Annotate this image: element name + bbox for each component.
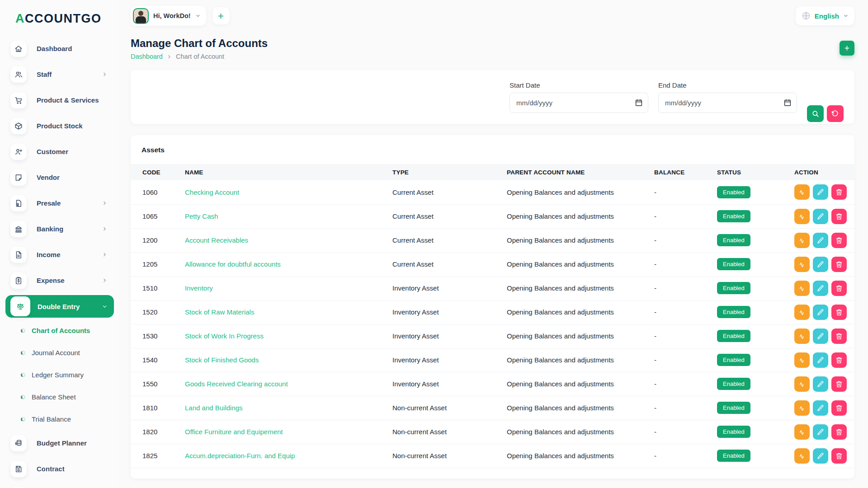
edit-button[interactable]	[813, 305, 828, 320]
table-row: 1065 Petty Cash Current Asset Opening Ba…	[131, 204, 854, 228]
sidebar-item-banking[interactable]: Banking	[5, 216, 114, 242]
user-menu[interactable]: Hi, WorkDo!	[131, 6, 206, 26]
edit-button[interactable]	[813, 352, 828, 368]
edit-button[interactable]	[813, 424, 828, 440]
sidebar-subitem-label: Journal Account	[32, 349, 80, 357]
sidebar-subitem-ledger-summary[interactable]: Ledger Summary	[5, 364, 114, 386]
activity-button[interactable]	[794, 424, 810, 440]
refresh-icon	[831, 110, 839, 117]
sidebar-subitem-journal-account[interactable]: Journal Account	[5, 342, 114, 364]
account-code: 1820	[131, 420, 180, 444]
sidebar-item-expense[interactable]: Expense	[5, 267, 114, 293]
sidebar-subitem-chart-of-accounts[interactable]: Chart of Accounts	[5, 319, 114, 342]
sidebar-item-income[interactable]: Income	[5, 242, 114, 267]
sidebar-item-goal[interactable]: Goal	[5, 482, 114, 488]
sidebar-item-budget-planner[interactable]: Budget Planner	[5, 430, 114, 456]
delete-button[interactable]	[831, 233, 847, 248]
delete-button[interactable]	[831, 305, 847, 320]
activity-button[interactable]	[794, 400, 810, 416]
parent-account-name: Opening Balances and adjustments	[502, 228, 650, 252]
activity-button[interactable]	[794, 448, 810, 464]
account-name-link[interactable]: Stock of Work In Progress	[185, 332, 264, 340]
add-account-button[interactable]	[840, 41, 854, 56]
account-type: Inventory Asset	[388, 276, 502, 300]
activity-button[interactable]	[794, 209, 810, 224]
edit-button[interactable]	[813, 400, 828, 416]
delete-button[interactable]	[831, 376, 847, 392]
sidebar-item-product-services[interactable]: Product & Services	[5, 87, 114, 113]
activity-button[interactable]	[794, 184, 810, 200]
account-name-link[interactable]: Land and Buildings	[185, 404, 243, 412]
delete-button[interactable]	[831, 328, 847, 344]
activity-button[interactable]	[794, 281, 810, 296]
edit-button[interactable]	[813, 448, 828, 464]
account-code: 1550	[131, 372, 180, 396]
account-name-link[interactable]: Office Furniture and Equipement	[185, 428, 283, 436]
sidebar-subitem-trial-balance[interactable]: Trial Balance	[5, 408, 114, 430]
account-type: Inventory Asset	[388, 372, 502, 396]
account-name-link[interactable]: Stock of Raw Materials	[185, 308, 254, 316]
delete-button[interactable]	[831, 448, 847, 464]
account-name-link[interactable]: Allowance for doubtful accounts	[185, 260, 281, 268]
sidebar-item-label: Banking	[37, 225, 102, 233]
edit-button[interactable]	[813, 257, 828, 272]
sidebar-item-contract[interactable]: Contract	[5, 456, 114, 482]
delete-button[interactable]	[831, 424, 847, 440]
account-name-link[interactable]: Stock of Finished Goods	[185, 356, 259, 364]
reset-button[interactable]	[827, 105, 844, 122]
activity-button[interactable]	[794, 352, 810, 368]
main-content: Hi, WorkDo! English Manage Chart of Acco…	[119, 0, 868, 479]
edit-button[interactable]	[813, 209, 828, 224]
sidebar-item-presale[interactable]: Presale	[5, 190, 114, 216]
account-type: Current Asset	[388, 252, 502, 276]
sidebar-item-customer[interactable]: Customer	[5, 139, 114, 164]
account-name-link[interactable]: Goods Received Clearing account	[185, 380, 288, 388]
app-logo[interactable]: ACCOUNTGO	[0, 8, 119, 34]
delete-button[interactable]	[831, 281, 847, 296]
end-date-input[interactable]	[658, 93, 797, 113]
language-selector[interactable]: English	[796, 6, 854, 25]
sidebar-subitem-balance-sheet[interactable]: Balance Sheet	[5, 386, 114, 408]
delete-button[interactable]	[831, 209, 847, 224]
account-name-link[interactable]: Inventory	[185, 284, 213, 292]
note-icon	[10, 169, 27, 186]
pencil-icon	[817, 213, 824, 220]
account-name-link[interactable]: Petty Cash	[185, 212, 218, 220]
activity-button[interactable]	[794, 257, 810, 272]
pencil-icon	[817, 285, 824, 292]
delete-button[interactable]	[831, 352, 847, 368]
activity-icon	[798, 188, 806, 196]
edit-button[interactable]	[813, 328, 828, 344]
chevron-right-icon	[102, 226, 108, 232]
trash-icon	[835, 309, 843, 316]
activity-button[interactable]	[794, 376, 810, 392]
edit-button[interactable]	[813, 376, 828, 392]
sidebar-item-dashboard[interactable]: Dashboard	[5, 36, 114, 61]
sidebar-item-staff[interactable]: Staff	[5, 61, 114, 87]
pencil-icon	[817, 357, 824, 364]
parent-account-name: Opening Balances and adjustments	[502, 180, 650, 204]
quick-add-button[interactable]	[212, 7, 230, 24]
chevron-right-icon	[102, 200, 108, 206]
account-name-link[interactable]: Accum.depreciation-Furn. and Equip	[185, 452, 295, 460]
column-header-type: TYPE	[388, 164, 502, 180]
delete-button[interactable]	[831, 257, 847, 272]
start-date-input[interactable]	[509, 93, 648, 113]
scales-icon	[10, 296, 30, 316]
activity-button[interactable]	[794, 233, 810, 248]
edit-button[interactable]	[813, 281, 828, 296]
delete-button[interactable]	[831, 400, 847, 416]
sidebar-item-vendor[interactable]: Vendor	[5, 164, 114, 190]
edit-button[interactable]	[813, 233, 828, 248]
sidebar-item-product-stock[interactable]: Product Stock	[5, 113, 114, 139]
activity-button[interactable]	[794, 305, 810, 320]
edit-button[interactable]	[813, 184, 828, 200]
sidebar-item-double-entry[interactable]: Double Entry	[5, 295, 114, 318]
activity-button[interactable]	[794, 328, 810, 344]
search-button[interactable]	[807, 105, 824, 122]
account-name-link[interactable]: Account Receivables	[185, 236, 248, 244]
breadcrumb-dashboard[interactable]: Dashboard	[131, 53, 163, 60]
delete-button[interactable]	[831, 184, 847, 200]
section-title-assets: Assets	[131, 146, 854, 164]
account-name-link[interactable]: Checking Account	[185, 188, 239, 196]
